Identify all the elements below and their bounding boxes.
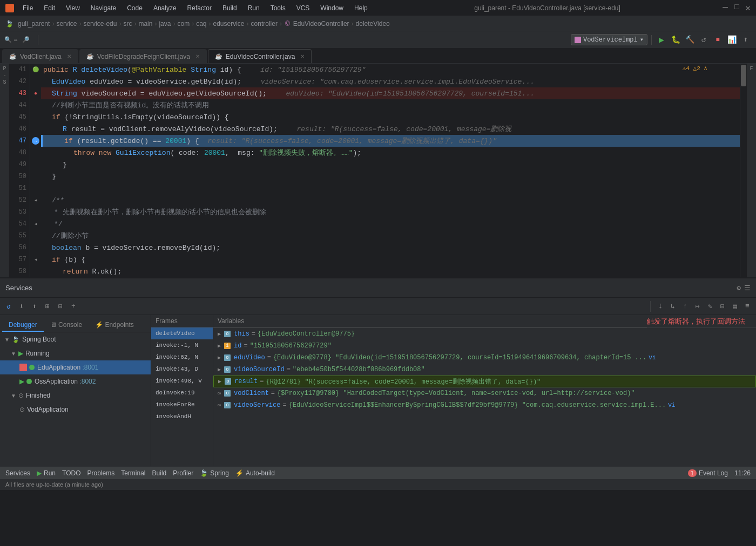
vcs-btn[interactable]: ⬆ <box>740 34 752 46</box>
project-icon[interactable]: P <box>3 66 6 72</box>
tree-running[interactable]: ▼ ▶ Running <box>0 346 151 360</box>
var-view-videoservice[interactable]: Vi <box>668 402 675 408</box>
services-settings-icon[interactable]: ⚙ <box>737 284 741 292</box>
bottom-autobuild[interactable]: ⚡ Auto-build <box>235 469 275 477</box>
menu-analyze[interactable]: Analyze <box>149 3 181 13</box>
debug-evaluate[interactable]: ✎ <box>705 301 716 312</box>
tree-edu-app[interactable]: EduApplication :8001 <box>0 360 151 374</box>
menu-edit[interactable]: Edit <box>39 3 59 13</box>
run-btn[interactable]: ▶ <box>656 34 667 46</box>
var-vodclient[interactable]: ∞ o vodClient = {$Proxy117@9780} "HardCo… <box>213 387 756 399</box>
bottom-build[interactable]: Build <box>152 469 167 477</box>
structure-icon[interactable]: S <box>3 79 6 85</box>
search-icon[interactable]: 🔎 <box>22 36 30 43</box>
stop-icon-edu[interactable] <box>19 364 27 371</box>
services-refresh-btn[interactable]: ↺ <box>3 301 14 312</box>
var-result[interactable]: ▶ o result = {R@12781} "R(success=false,… <box>213 376 756 387</box>
maximize-btn[interactable]: □ <box>734 3 739 13</box>
stop-btn[interactable]: ■ <box>712 34 724 46</box>
frame-deletevideo[interactable]: deleteVideo <box>151 327 213 339</box>
services-expand-all-btn[interactable]: ⬇ <box>16 301 27 312</box>
bottom-services[interactable]: Services <box>5 469 30 477</box>
menu-navigate[interactable]: Navigate <box>86 3 120 13</box>
tab-debugger[interactable]: Debugger <box>2 319 44 332</box>
var-eduvideo[interactable]: ▶ o eduVideo = {EduVideo@9778} "EduVideo… <box>213 352 756 364</box>
services-add-btn[interactable]: + <box>68 301 79 312</box>
breadcrumb-class[interactable]: EduVideoController <box>293 20 349 28</box>
debug-step-over[interactable]: ↓ <box>655 301 666 312</box>
debug-toolbar-2[interactable]: ⊟ <box>717 301 728 312</box>
tab-vodclient[interactable]: ☕ VodClient.java ✕ <box>2 49 78 63</box>
menu-help[interactable]: Help <box>350 3 372 13</box>
services-filter-btn[interactable]: ⊟ <box>55 301 66 312</box>
debug-btn[interactable]: 🐛 <box>670 34 681 46</box>
frame-invoke-43[interactable]: invoke:43, D <box>151 363 213 375</box>
services-layout-icon[interactable]: ☰ <box>744 284 751 292</box>
menu-build[interactable]: Build <box>218 3 241 13</box>
menu-window[interactable]: Window <box>316 3 348 13</box>
menu-vcs[interactable]: VCS <box>292 3 314 13</box>
breadcrumb-controller[interactable]: controller <box>251 20 278 28</box>
bottom-problems[interactable]: Problems <box>87 469 114 477</box>
var-videosourceid[interactable]: ▶ o videoSourceId = "ebeb4e50b5f544028bf… <box>213 364 756 376</box>
breadcrumb-project[interactable]: guli_parent <box>18 20 50 28</box>
debug-step-into[interactable]: ↳ <box>667 301 678 312</box>
var-videoservice[interactable]: ∞ o videoService = {EduVideoServiceImpl$… <box>213 399 756 411</box>
menu-view[interactable]: View <box>62 3 84 13</box>
services-group-btn[interactable]: ⊞ <box>42 301 53 312</box>
services-header-icons[interactable]: ⚙ ☰ <box>737 284 751 292</box>
bottom-spring[interactable]: 🍃 Spring <box>200 469 229 477</box>
breadcrumb-com[interactable]: com <box>177 20 190 28</box>
menu-refactor[interactable]: Refactor <box>183 3 216 13</box>
tab-endpoints[interactable]: ⚡ Endpoints <box>89 319 140 332</box>
tree-finished[interactable]: ▼ ⊙ Finished <box>0 388 151 402</box>
var-view-eduvideo[interactable]: Vi <box>649 354 656 361</box>
reload-btn[interactable]: ↺ <box>698 34 710 46</box>
tab-console[interactable]: 🖥 Console <box>44 319 89 332</box>
menu-file[interactable]: File <box>18 3 37 13</box>
breadcrumb-service-edu[interactable]: service-edu <box>83 20 117 28</box>
scrollbar-right[interactable] <box>740 64 746 277</box>
bottom-todo[interactable]: TODO <box>62 469 80 477</box>
tab-close-vodclient[interactable]: ✕ <box>67 53 71 59</box>
var-this[interactable]: ▶ o this = {EduVideoController@9775} <box>213 328 756 340</box>
minimize-btn[interactable]: — <box>723 3 728 13</box>
var-id[interactable]: ▶ i id = "1519518056756297729" <box>213 340 756 352</box>
menu-run[interactable]: Run <box>244 3 264 13</box>
debug-step-out[interactable]: ↑ <box>680 301 691 312</box>
debug-toggle-frames[interactable]: ▤ <box>730 301 740 312</box>
window-controls[interactable]: — □ ✕ <box>723 3 751 13</box>
services-collapse-all-btn[interactable]: ⬆ <box>29 301 40 312</box>
menu-tools[interactable]: Tools <box>266 3 290 13</box>
breadcrumb-method[interactable]: deleteVideo <box>356 20 390 28</box>
breadcrumb-eduservice[interactable]: eduservice <box>213 20 245 28</box>
build-btn[interactable]: 🔨 <box>684 34 696 46</box>
breadcrumb-main[interactable]: main <box>138 20 152 28</box>
frame-invoke-62[interactable]: invoke:62, N <box>151 351 213 363</box>
tree-oss-app[interactable]: ▶ OssApplication :8002 <box>0 374 151 388</box>
tab-close-eduvideo[interactable]: ✕ <box>300 53 305 59</box>
tab-eduvideo[interactable]: ☕ EduVideoController.java ✕ <box>208 49 312 63</box>
tree-spring-boot[interactable]: ▼ 🍃 Spring Boot <box>0 332 151 346</box>
coverage-btn[interactable]: 📊 <box>726 34 738 46</box>
bottom-profiler[interactable]: Profiler <box>173 469 193 477</box>
frame-invokeand[interactable]: invokeAndH <box>151 411 213 422</box>
breadcrumb-caq[interactable]: caq <box>196 20 206 28</box>
service-selector[interactable]: VodServiceImpl ▾ <box>571 34 647 45</box>
tree-vod-app[interactable]: ⊙ VodApplicaton <box>0 402 151 417</box>
breadcrumb-java[interactable]: java <box>159 20 171 28</box>
bottom-terminal[interactable]: Terminal <box>121 469 145 477</box>
tab-close-vodfiledegrade[interactable]: ✕ <box>195 53 200 59</box>
debug-run-to-cursor[interactable]: ↦ <box>692 301 703 312</box>
bottom-event-log[interactable]: 1 Event Log <box>688 469 728 477</box>
breadcrumb-service[interactable]: service <box>56 20 77 28</box>
menu-bar[interactable]: File Edit View Navigate Code Analyze Ref… <box>18 3 372 13</box>
frame-doinvoke[interactable]: doInvoke:19 <box>151 387 213 399</box>
breadcrumb-src[interactable]: src <box>123 20 132 28</box>
menu-code[interactable]: Code <box>123 3 147 13</box>
bottom-run[interactable]: ▶ Run <box>37 469 56 477</box>
debug-toggle-vars[interactable]: ≡ <box>742 301 753 312</box>
close-btn[interactable]: ✕ <box>745 3 751 13</box>
frame-invokefor[interactable]: invokeForRe <box>151 399 213 411</box>
tab-vodfiledegrade[interactable]: ☕ VodFileDegradeFeignClient.java ✕ <box>79 49 207 63</box>
